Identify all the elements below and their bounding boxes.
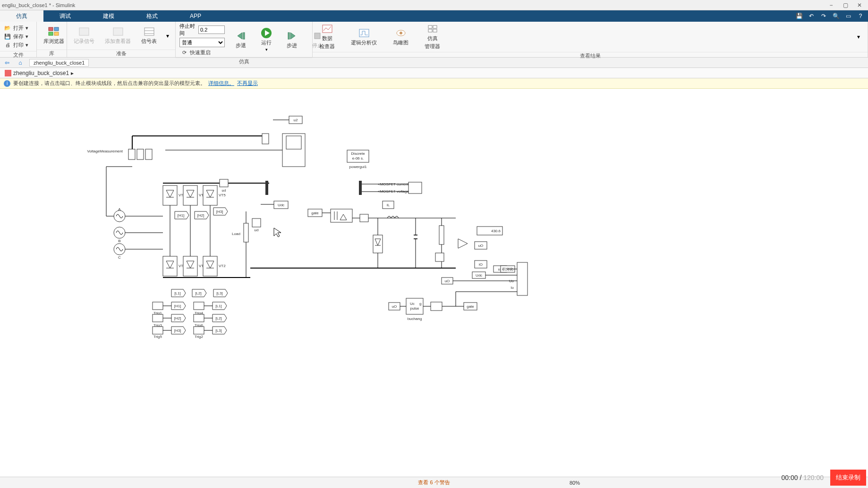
svg-text:[L2]: [L2] <box>195 291 201 295</box>
block-mosfet-demux[interactable]: <MOSFET current> <MOSFET voltage> <box>359 181 422 195</box>
sim-mode-select[interactable]: 普通 <box>179 38 225 47</box>
model-canvas[interactable]: VoltageMeasurement u2 A <box>0 89 868 477</box>
step-forward-button[interactable]: 步进 <box>282 30 301 50</box>
block-inductor[interactable] <box>387 216 399 218</box>
add-viewer-icon <box>111 26 125 37</box>
goto-udc[interactable]: Udc <box>274 201 288 209</box>
svg-marker-171 <box>458 239 468 248</box>
nav-up-button[interactable]: ⌂ <box>16 59 25 67</box>
step-back-button[interactable]: 步退 <box>231 30 250 50</box>
svg-rect-144 <box>331 209 352 222</box>
block-display[interactable]: 430.6 <box>477 227 502 235</box>
group-results-label: 查看结果 <box>313 52 868 59</box>
svg-rect-34 <box>286 136 301 149</box>
block-gate-from[interactable]: gate <box>308 209 322 217</box>
block-u2-goto[interactable]: u2 <box>273 116 302 124</box>
goto-l2[interactable]: [L2] <box>192 289 206 297</box>
maximize-button[interactable]: ▢ <box>839 1 852 9</box>
undo-icon[interactable]: ↶ <box>807 11 816 21</box>
nav-path[interactable]: zhengliu_buck_close1 <box>29 59 89 67</box>
block-load[interactable]: Load <box>232 211 248 278</box>
block-gain1[interactable] <box>458 239 468 248</box>
block-source-b[interactable]: B <box>114 227 125 243</box>
block-voltage-sensor-ud[interactable]: ud <box>252 219 261 232</box>
banner-dismiss-link[interactable]: 不再显示 <box>237 80 258 87</box>
block-capacitor[interactable] <box>414 218 417 268</box>
svg-rect-1 <box>54 27 59 31</box>
library-browser-button[interactable]: 库浏览器 <box>41 25 67 46</box>
svg-rect-92 <box>153 302 163 310</box>
goto-h1[interactable]: [H1] <box>175 211 189 219</box>
step-forward-icon <box>285 31 298 41</box>
goto-h2[interactable]: [H2] <box>195 211 209 219</box>
save-quick-icon[interactable]: 💾 <box>794 11 804 21</box>
tab-app[interactable]: APP <box>174 10 217 22</box>
svg-text:[H2]: [H2] <box>197 213 204 218</box>
prepare-expand-button[interactable]: ▾ <box>164 33 171 39</box>
block-source-c[interactable]: C <box>114 244 125 260</box>
block-vt6[interactable]: VT6 <box>183 256 206 276</box>
search-icon[interactable]: 🔍 <box>831 11 841 21</box>
open-button[interactable]: 📂打开▾ <box>3 24 29 32</box>
zoom-level[interactable]: 80% <box>570 480 580 486</box>
goto-l1[interactable]: [L1] <box>171 289 186 297</box>
svg-text:[L3]: [L3] <box>216 291 222 295</box>
print-button[interactable]: 🖨打印▾ <box>3 41 29 49</box>
block-vt1[interactable]: VT1 <box>163 185 186 205</box>
block-uo-from[interactable]: uO <box>389 303 400 310</box>
svg-text:uO: uO <box>445 279 450 283</box>
block-mux[interactable] <box>265 181 268 195</box>
status-warning-link[interactable]: 查看 6 个警告 <box>418 479 450 486</box>
goto-gate[interactable]: gate <box>464 303 477 310</box>
help-icon[interactable]: ? <box>856 11 865 21</box>
svg-text:[H2]: [H2] <box>174 316 181 320</box>
svg-rect-31 <box>145 149 152 160</box>
block-mosfet[interactable] <box>331 209 352 222</box>
model-tab[interactable]: zhengliu_buck_close1 ▸ <box>3 69 76 77</box>
trig-generators[interactable]: Trig1 Trig3 Trig5 Trig4 Trig6 Trig2 [H1]… <box>153 302 227 339</box>
block-vt2[interactable]: VT2 <box>203 256 226 276</box>
minimize-button[interactable]: − <box>825 1 838 9</box>
block-source-a[interactable]: A <box>114 207 125 222</box>
goto-l3[interactable]: [L3] <box>213 289 228 297</box>
signal-table-button[interactable]: 信号表 <box>138 25 160 46</box>
block-vout-sensor[interactable] <box>435 253 444 261</box>
comment-icon[interactable]: ▭ <box>843 11 853 21</box>
nav-back-button[interactable]: ⇦ <box>3 59 11 67</box>
block-voltage-measurement[interactable]: VoltageMeasurement <box>87 149 152 160</box>
block-vt4[interactable]: VT4 <box>163 256 186 276</box>
end-record-button[interactable]: 结束录制 <box>830 470 866 486</box>
data-inspector-button[interactable]: 数据 检查器 <box>316 23 338 51</box>
block-current-sensor[interactable] <box>220 179 228 187</box>
svg-text:pulse: pulse <box>410 306 419 311</box>
tab-simulate[interactable]: 仿真 <box>0 10 43 22</box>
svg-rect-98 <box>194 302 204 310</box>
goto-io[interactable]: iO <box>475 261 487 268</box>
block-powergui[interactable]: Discrete e-06 s. powergui1 <box>347 150 369 169</box>
goto-il[interactable]: iL <box>383 201 394 209</box>
goto-uo[interactable]: uO <box>475 242 487 249</box>
svg-rect-21 <box>433 25 437 28</box>
block-vt3[interactable]: VT3 <box>183 185 206 205</box>
close-button[interactable]: ✕ <box>853 1 866 9</box>
tab-debug[interactable]: 调试 <box>43 10 87 22</box>
redo-icon[interactable]: ↷ <box>819 11 828 21</box>
run-button[interactable]: 运行▾ <box>257 27 276 53</box>
stop-time-input[interactable] <box>198 25 225 34</box>
add-viewer-label: 添加查看器 <box>105 38 131 45</box>
results-expand-button[interactable]: ▾ <box>857 34 864 40</box>
save-button[interactable]: 💾保存▾ <box>3 32 29 41</box>
sim-manager-button[interactable]: 仿真 管理器 <box>422 23 443 51</box>
goto-h3[interactable]: [H3] <box>213 208 228 215</box>
block-current-meas2[interactable] <box>360 214 368 222</box>
log-signal-button[interactable]: 记录信号 <box>71 25 97 46</box>
add-viewer-button[interactable]: 添加查看器 <box>102 25 134 46</box>
block-diode[interactable] <box>373 235 383 253</box>
tab-modeling[interactable]: 建模 <box>87 10 130 22</box>
logic-analyzer-button[interactable]: 逻辑分析仪 <box>348 27 380 47</box>
banner-details-link[interactable]: 详细信息。 <box>208 80 234 87</box>
svg-text:430.6: 430.6 <box>491 229 501 233</box>
bird-eye-button[interactable]: 鸟瞰图 <box>390 27 411 47</box>
fast-restart-button[interactable]: ⟳快速重启 <box>179 48 225 57</box>
tab-format[interactable]: 格式 <box>130 10 174 22</box>
